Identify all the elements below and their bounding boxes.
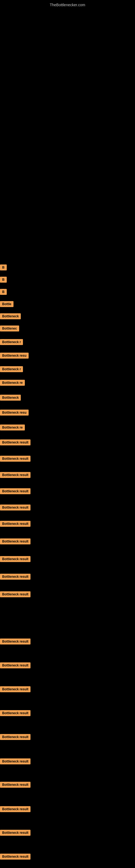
bottleneck-result-label: Bottleneck result <box>0 662 31 669</box>
bottleneck-result-row: B <box>0 277 7 283</box>
bottleneck-result-label: Bottleneck re <box>0 425 25 431</box>
bottleneck-result-label: Bottleneck result <box>0 782 31 788</box>
bottleneck-result-label: Bottleneck re <box>0 380 25 386</box>
bottleneck-result-label: Bottleneck result <box>0 758 31 764</box>
bottleneck-result-row: Bottleneck result <box>0 782 31 788</box>
bottleneck-result-label: Bottleneck result <box>0 538 31 545</box>
bottleneck-result-row: Bottleneck resu <box>0 352 29 359</box>
bottleneck-result-label: Bottleneck result <box>0 686 31 692</box>
bottleneck-result-row: Bottleneck result <box>0 854 31 860</box>
bottleneck-result-row: Bottleneck result <box>0 488 31 494</box>
bottleneck-result-label: Bottleneck result <box>0 734 31 740</box>
bottleneck-result-label: Bottleneck result <box>0 439 31 445</box>
bottleneck-result-row: Bottleneck result <box>0 662 31 669</box>
bottleneck-result-label: Bottleneck result <box>0 854 31 860</box>
bottleneck-result-row: Bottleneck r <box>0 366 23 372</box>
bottleneck-result-label: Bottleneck resu <box>0 410 29 415</box>
bottleneck-result-row: Bottleneck result <box>0 758 31 764</box>
bottleneck-result-row: Bottleneck re <box>0 425 25 431</box>
bottleneck-result-label: Bottleneck result <box>0 830 31 836</box>
site-title: TheBottlenecker.com <box>0 0 135 8</box>
bottleneck-result-label: Bottleneck result <box>0 504 31 510</box>
bottleneck-result-row: Bottleneck result <box>0 806 31 812</box>
bottleneck-result-row: Bottleneck result <box>0 574 31 580</box>
bottleneck-result-label: Bottle <box>0 301 13 307</box>
bottleneck-result-row: Bottleneck r <box>0 339 23 345</box>
bottleneck-result-label: Bottleneck result <box>0 806 31 812</box>
bottleneck-result-row: Bottleneck result <box>0 591 31 597</box>
bottleneck-result-label: Bottleneck result <box>0 639 31 645</box>
bottleneck-result-row: Bottleneck result <box>0 538 31 545</box>
bottleneck-result-label: Bottleneck r <box>0 339 23 345</box>
bottleneck-result-label: Bottleneck result <box>0 488 31 494</box>
bottleneck-result-row: Bottleneck result <box>0 456 31 462</box>
bottleneck-result-label: B <box>0 277 7 283</box>
bottleneck-result-row: Bottleneck result <box>0 686 31 692</box>
bottleneck-result-row: Bottleneck resu <box>0 410 29 415</box>
bottleneck-result-label: Bottleneck result <box>0 472 31 478</box>
bottleneck-result-row: Bottle <box>0 301 13 307</box>
bottleneck-result-label: Bottlenec <box>0 326 19 332</box>
bottleneck-result-row: Bottleneck <box>0 395 21 401</box>
bottleneck-result-label: Bottleneck r <box>0 366 23 372</box>
bottleneck-result-row: Bottlenec <box>0 326 19 332</box>
bottleneck-result-row: Bottleneck re <box>0 380 25 386</box>
bottleneck-result-label: Bottleneck result <box>0 574 31 580</box>
bottleneck-result-row: Bottleneck result <box>0 521 31 527</box>
bottleneck-result-row: Bottleneck result <box>0 734 31 740</box>
bottleneck-result-row: Bottleneck result <box>0 439 31 445</box>
bottleneck-result-label: Bottleneck result <box>0 591 31 597</box>
bottleneck-result-row: Bottleneck <box>0 313 21 319</box>
bottleneck-result-label: Bottleneck result <box>0 521 31 527</box>
bottleneck-result-label: Bottleneck result <box>0 556 31 562</box>
bottleneck-result-label: Bottleneck result <box>0 456 31 462</box>
bottleneck-result-row: Bottleneck result <box>0 830 31 836</box>
bottleneck-result-label: Bottleneck <box>0 313 21 319</box>
bottleneck-result-label: B <box>0 289 7 295</box>
bottleneck-result-row: Bottleneck result <box>0 639 31 645</box>
bottleneck-result-row: Bottleneck result <box>0 710 31 716</box>
bottleneck-result-label: Bottleneck resu <box>0 352 29 359</box>
bottleneck-result-row: Bottleneck result <box>0 472 31 478</box>
bottleneck-result-row: Bottleneck result <box>0 504 31 510</box>
bottleneck-result-label: Bottleneck result <box>0 710 31 716</box>
bottleneck-result-row: Bottleneck result <box>0 556 31 562</box>
bottleneck-result-label: Bottleneck <box>0 395 21 401</box>
bottleneck-result-label: B <box>0 265 7 271</box>
bottleneck-result-row: B <box>0 289 7 295</box>
bottleneck-result-row: B <box>0 265 7 271</box>
